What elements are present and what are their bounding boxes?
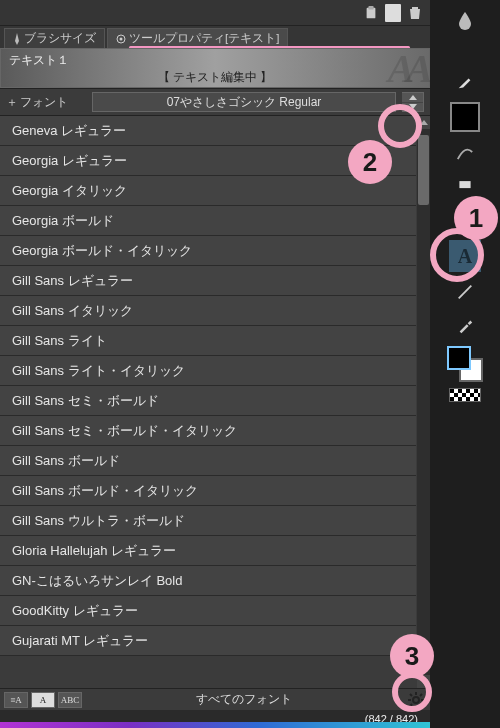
list-item[interactable]: Gill Sans ボールド — [0, 446, 416, 476]
list-item[interactable]: Gill Sans ボールド・イタリック — [0, 476, 416, 506]
svg-rect-13 — [459, 181, 470, 188]
scroll-up[interactable] — [417, 116, 430, 129]
font-list[interactable]: Geneva レギュラーGeorgia レギュラーGeorgia イタリックGe… — [0, 116, 416, 688]
fg-bg-colors[interactable] — [447, 346, 483, 382]
list-item[interactable]: Georgia ボールド — [0, 206, 416, 236]
plus-icon[interactable]: ＋ — [6, 94, 18, 111]
svg-line-9 — [410, 694, 412, 696]
mode-button-glyph[interactable]: A — [31, 692, 55, 708]
clipboard-icon[interactable] — [362, 4, 380, 22]
svg-rect-1 — [368, 6, 373, 10]
accent-bar — [0, 722, 430, 728]
mode-button-list[interactable]: ≡A — [4, 692, 28, 708]
font-label: ＋ フォント — [6, 94, 86, 111]
list-item[interactable]: Gill Sans ライト — [0, 326, 416, 356]
text-tool[interactable]: A — [449, 240, 481, 272]
svg-line-11 — [410, 704, 412, 706]
color-swatch[interactable] — [450, 102, 480, 132]
drop-icon[interactable] — [451, 6, 479, 34]
rect-icon[interactable] — [451, 172, 479, 200]
list-item[interactable]: Gill Sans セミ・ボールド — [0, 386, 416, 416]
line-icon[interactable] — [451, 278, 479, 306]
list-item[interactable]: Gujarati MT レギュラー — [0, 626, 416, 656]
tab-label: ツールプロパティ[テキスト] — [129, 31, 279, 46]
font-row: ＋ フォント 07やさしさゴシック Regular — [0, 88, 430, 116]
list-item[interactable]: GoodKitty レギュラー — [0, 596, 416, 626]
curve-icon[interactable] — [451, 138, 479, 166]
mode-button-abc[interactable]: ABC — [58, 692, 82, 708]
bottombar: ≡A A ABC すべてのフォント — [0, 688, 430, 710]
fg-color[interactable] — [447, 346, 471, 370]
titlebar: テキスト１ 【 テキスト編集中 】 AA — [0, 48, 430, 88]
triangle-icon[interactable] — [451, 206, 479, 234]
font-selected-value: 07やさしさゴシック Regular — [167, 94, 322, 111]
stepper-up[interactable] — [402, 93, 423, 103]
editing-status: 【 テキスト編集中 】 — [1, 70, 429, 87]
transparency-swatch[interactable] — [449, 388, 481, 402]
list-item[interactable]: Georgia レギュラー — [0, 146, 416, 176]
list-item[interactable]: Gloria Hallelujah レギュラー — [0, 536, 416, 566]
stepper-down[interactable] — [402, 103, 423, 112]
tab-brush-size[interactable]: ブラシサイズ — [4, 28, 105, 48]
right-toolbar: A — [430, 0, 500, 728]
list-item[interactable]: Gill Sans ライト・イタリック — [0, 356, 416, 386]
list-item[interactable]: Gill Sans レギュラー — [0, 266, 416, 296]
list-item[interactable]: GN-こはるいろサンレイ Bold — [0, 566, 416, 596]
tab-label: ブラシサイズ — [24, 31, 96, 46]
gear-icon[interactable] — [406, 691, 426, 709]
text-layer-name: テキスト１ — [1, 49, 429, 69]
tabs: ブラシサイズ ツールプロパティ[テキスト] — [0, 26, 430, 48]
list-item[interactable]: Geneva レギュラー — [0, 116, 416, 146]
brush-icon[interactable] — [451, 68, 479, 96]
trash-icon[interactable] — [406, 4, 424, 22]
list-item[interactable]: Gill Sans ウルトラ・ボールド — [0, 506, 416, 536]
scrollbar[interactable] — [417, 116, 430, 688]
svg-line-10 — [420, 704, 422, 706]
svg-point-3 — [120, 37, 123, 40]
scroll-down[interactable] — [417, 675, 430, 688]
list-item[interactable]: Georgia ボールド・イタリック — [0, 236, 416, 266]
svg-line-14 — [459, 286, 472, 299]
scroll-thumb[interactable] — [418, 135, 429, 205]
page-icon[interactable] — [384, 4, 402, 22]
list-item[interactable]: Georgia イタリック — [0, 176, 416, 206]
svg-line-12 — [420, 694, 422, 696]
font-stepper[interactable] — [402, 92, 424, 112]
scroll-track[interactable] — [417, 129, 430, 675]
svg-point-4 — [413, 697, 419, 703]
dropper-icon[interactable] — [451, 312, 479, 340]
font-list-wrap: Geneva レギュラーGeorgia レギュラーGeorgia イタリックGe… — [0, 116, 430, 688]
bottom-label: すべてのフォント — [85, 691, 403, 708]
tab-tool-property[interactable]: ツールプロパティ[テキスト] — [107, 28, 288, 48]
list-item[interactable]: Gill Sans イタリック — [0, 296, 416, 326]
font-select[interactable]: 07やさしさゴシック Regular — [92, 92, 396, 112]
list-item[interactable]: Gill Sans セミ・ボールド・イタリック — [0, 416, 416, 446]
topbar — [0, 0, 430, 26]
